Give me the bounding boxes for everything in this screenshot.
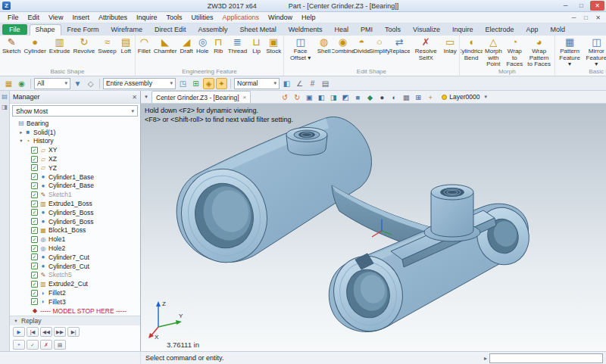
view-iso-icon[interactable]: ⊞: [190, 78, 201, 89]
document-tab[interactable]: Center Grinder.Z3 - [Bearing] ×: [152, 91, 251, 103]
ribbon-tab-app[interactable]: App: [520, 24, 544, 36]
close-icon[interactable]: ✕: [132, 94, 137, 101]
ribbon-tab-mold[interactable]: Mold: [544, 24, 571, 36]
replay-step-first-button[interactable]: |◀: [27, 327, 39, 337]
ribbon-button-sketch[interactable]: ✎Sketch: [1, 36, 22, 56]
display-filter-select[interactable]: Show Most ▾: [12, 105, 138, 117]
ribbon-tab-free-form[interactable]: Free Form: [61, 24, 105, 36]
pick-box-icon[interactable]: ◇: [85, 78, 96, 89]
color-filter-icon[interactable]: ◉: [16, 78, 27, 89]
feature-checkbox[interactable]: ✓: [31, 201, 38, 207]
manager-tab-icon[interactable]: ▤: [2, 93, 8, 100]
feature-checkbox[interactable]: ✓: [31, 281, 38, 288]
tree-item-hole1[interactable]: ✓◎Hole1: [10, 235, 140, 244]
menu-insert[interactable]: Insert: [67, 14, 94, 21]
feature-checkbox[interactable]: ✓: [31, 156, 38, 163]
replay-step-forward-button[interactable]: ▶▶: [54, 327, 66, 337]
document-close-button[interactable]: ✕: [592, 14, 604, 22]
menu-help[interactable]: Help: [297, 14, 320, 21]
menu-applications[interactable]: Applications: [218, 14, 264, 21]
document-restore-button[interactable]: □: [580, 14, 592, 22]
replay-insert-button[interactable]: +: [13, 340, 25, 350]
replay-section-header[interactable]: ▾ Replay: [10, 316, 140, 325]
replay-accept-button[interactable]: ✓: [27, 340, 39, 350]
ribbon-tab-pmi[interactable]: PMI: [355, 24, 379, 36]
replay-cancel-button[interactable]: ✗: [40, 340, 52, 350]
view-plane-icon[interactable]: ◳: [177, 78, 189, 89]
tree-item-sketch5[interactable]: ✓✎Sketch5: [10, 271, 140, 280]
shaded-display-icon[interactable]: ●: [376, 92, 387, 102]
ribbon-button-loft[interactable]: ▤Loft: [118, 36, 134, 56]
feature-checkbox[interactable]: ✓: [31, 209, 38, 216]
ribbon-button-rib[interactable]: ⊓Rib: [211, 36, 226, 56]
section-view-icon[interactable]: ▦: [401, 92, 411, 102]
view-left-icon[interactable]: ◧: [316, 92, 326, 102]
menu-utilities[interactable]: Utilities: [186, 14, 217, 21]
document-minimize-button[interactable]: ─: [568, 14, 579, 22]
ribbon-tab-tools[interactable]: Tools: [379, 24, 407, 36]
window-maximize-button[interactable]: □: [574, 1, 589, 11]
replay-play-button[interactable]: ▶: [13, 327, 25, 337]
tree-item-cylinder6-boss[interactable]: ✓●Cylinder6_Boss: [10, 217, 140, 226]
tree-item-cylinder4-base[interactable]: ✓●Cylinder4_Base: [10, 182, 140, 191]
angle-snap-icon[interactable]: ∠: [294, 78, 305, 89]
feature-checkbox[interactable]: ✓: [31, 263, 38, 269]
twisty-collapsed-icon[interactable]: ▸: [18, 129, 24, 135]
ribbon-button-pattern-feature[interactable]: ▦Pattern Feature ▾: [556, 36, 584, 69]
ribbon-button-mirror-feature[interactable]: ◫Mirror Feature ▾: [583, 36, 606, 69]
ribbon-tab-file[interactable]: File: [2, 24, 27, 35]
ruler-toggle-icon[interactable]: #: [307, 78, 318, 89]
ribbon-button-morph-with-point[interactable]: △Morph with Point: [483, 36, 505, 69]
tree-item-model-stop-here[interactable]: ◆----- MODEL STOP HERE -----: [10, 306, 140, 316]
feature-checkbox[interactable]: ✓: [31, 254, 38, 260]
ribbon-button-replace[interactable]: ⇄Replace: [389, 36, 410, 56]
view-iso-icon[interactable]: ■: [352, 92, 363, 102]
feature-checkbox[interactable]: ✓: [31, 236, 38, 243]
snap-toggle-icon[interactable]: ◈: [203, 78, 214, 89]
shade-mode-icon[interactable]: ◧: [281, 78, 292, 89]
ribbon-tab-visualize[interactable]: Visualize: [407, 24, 446, 36]
ribbon-button-cylinder[interactable]: ●Cylinder: [22, 36, 47, 56]
ribbon-button-shell[interactable]: ◍Shell: [316, 36, 332, 56]
feature-checkbox[interactable]: ✓: [31, 298, 38, 305]
undo-view-icon[interactable]: ↺: [280, 92, 290, 102]
window-close-button[interactable]: ✕: [590, 1, 604, 11]
ribbon-button-hole[interactable]: ◎Hole: [195, 36, 211, 56]
ribbon-button-cylindrical-bend[interactable]: ◖Cylindrical Bend: [461, 36, 483, 62]
ribbon-button-fillet[interactable]: ◠Fillet: [136, 36, 152, 56]
menu-file[interactable]: File: [3, 14, 23, 21]
right-boss[interactable]: [424, 185, 480, 241]
roles-tab-icon[interactable]: ◨: [2, 104, 8, 110]
display-mode-dropdown[interactable]: Normal▾: [234, 78, 280, 89]
ribbon-button-revolve[interactable]: ↻Revolve: [71, 36, 96, 56]
tree-item-hole2[interactable]: ✓◎Hole2: [10, 244, 140, 253]
feature-checkbox[interactable]: ✓: [31, 245, 38, 252]
tree-item-cylinder8-cut[interactable]: ✓●Cylinder8_Cut: [10, 262, 140, 271]
ribbon-tab-wireframe[interactable]: Wireframe: [105, 24, 149, 36]
feature-checkbox[interactable]: ✓: [31, 218, 38, 225]
ribbon-button-simplify[interactable]: ○Simplify: [370, 36, 389, 56]
view-front-icon[interactable]: ▣: [304, 92, 314, 102]
ribbon-tab-electrode[interactable]: Electrode: [479, 24, 520, 36]
tree-item-fillet2[interactable]: ✓◗Fillet2: [10, 288, 140, 297]
feature-checkbox[interactable]: ✓: [31, 290, 38, 297]
ribbon-button-face-offset[interactable]: ◫Face Offset ▾: [285, 36, 316, 62]
entity-filter-dropdown[interactable]: All▾: [34, 78, 70, 89]
ribbon-button-wrap-pattern-to-faces[interactable]: ◕Wrap Pattern to Faces: [524, 36, 553, 69]
ribbon-button-combine[interactable]: ◉Combine: [332, 36, 354, 56]
ribbon-button-wrap-to-faces[interactable]: ◔Wrap to Faces: [504, 36, 524, 69]
ribbon-tab-direct-edit[interactable]: Direct Edit: [148, 24, 192, 36]
list-view-icon[interactable]: ▤: [320, 78, 331, 89]
zoom-all-icon[interactable]: ◆: [364, 92, 375, 102]
close-icon[interactable]: ×: [243, 94, 247, 101]
view-top-icon[interactable]: ◩: [340, 92, 351, 102]
tree-item-cylinder7-cut[interactable]: ✓●Cylinder7_Cut: [10, 253, 140, 262]
tree-item-cylinder5-boss[interactable]: ✓●Cylinder5_Boss: [10, 208, 140, 217]
grid-toggle-icon[interactable]: ✦: [216, 78, 227, 89]
menu-tools[interactable]: Tools: [161, 14, 186, 21]
tree-item-history[interactable]: ▾◔History: [10, 137, 140, 146]
view-right-icon[interactable]: ◨: [328, 92, 339, 102]
tree-item-block1-boss[interactable]: ✓▦Block1_Boss: [10, 226, 140, 235]
tree-item-cylinder1-base[interactable]: ✓●Cylinder1_Base: [10, 173, 140, 182]
feature-checkbox[interactable]: ✓: [31, 227, 38, 234]
